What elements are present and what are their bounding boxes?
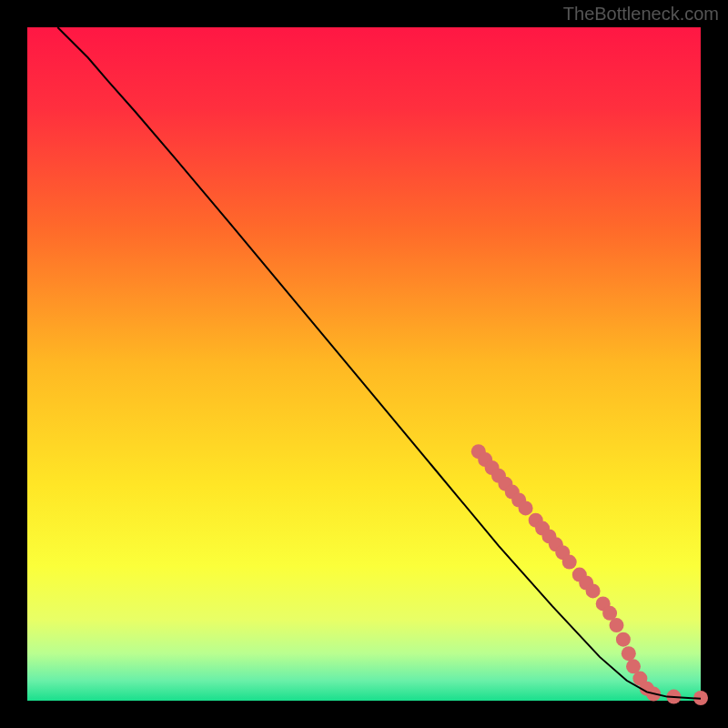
attribution-label: TheBottleneck.com [563, 4, 719, 25]
marker-dot [519, 500, 533, 515]
marker-dot [616, 632, 631, 647]
marker-dot [610, 618, 624, 632]
chart-svg [0, 0, 728, 728]
marker-dot [586, 583, 601, 598]
marker-dot [562, 555, 577, 570]
chart-frame: TheBottleneck.com [0, 0, 728, 728]
marker-dot [622, 646, 636, 661]
